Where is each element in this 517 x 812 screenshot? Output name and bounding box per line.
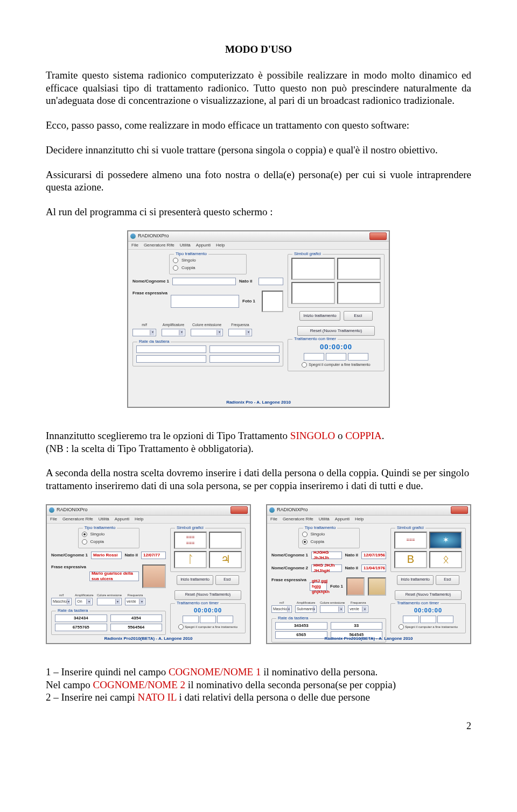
menu-bar: File Generatore Rife Utilità Appunti Hel…: [47, 516, 250, 524]
symbol-slot[interactable]: ᛟ: [429, 551, 462, 568]
foto1-thumb[interactable]: [346, 577, 365, 596]
nato1-input[interactable]: 12/07/1956: [361, 552, 386, 559]
amp-select[interactable]: ▾: [162, 329, 185, 336]
radio-singolo[interactable]: [173, 258, 178, 263]
esci-button[interactable]: Esci: [436, 575, 459, 585]
reset-button[interactable]: Reset (Nuovo Trattamento): [174, 590, 241, 600]
timer-s[interactable]: [348, 353, 368, 361]
menu-item[interactable]: Appunti: [335, 517, 350, 522]
nome2-input[interactable]: HHG JHJh JHJhgH: [311, 564, 342, 572]
colore-select[interactable]: ▾: [191, 329, 223, 336]
amp-select[interactable]: Submann▾: [295, 605, 317, 613]
nato1-input[interactable]: [258, 278, 283, 285]
menu-item[interactable]: Appunti: [196, 243, 211, 248]
close-icon[interactable]: [230, 506, 248, 514]
symbol-slot[interactable]: ≡≡≡: [394, 532, 427, 549]
menu-item[interactable]: Appunti: [115, 517, 129, 522]
freq-select[interactable]: ▾: [228, 329, 252, 336]
rate-input[interactable]: 342434: [55, 615, 107, 622]
label-nato: Nato il: [125, 553, 138, 558]
label-foto1: Foto 1: [330, 584, 343, 589]
rate-input[interactable]: [209, 345, 280, 353]
inizio-button[interactable]: Inizio trattamento: [397, 575, 434, 585]
radio-coppia[interactable]: [173, 265, 178, 271]
colore-select[interactable]: ▾: [320, 605, 345, 613]
menu-item[interactable]: Utilità: [99, 517, 109, 522]
symbol-slot[interactable]: ᛚ: [174, 551, 207, 568]
radio-coppia[interactable]: [82, 539, 87, 545]
foto2-thumb[interactable]: [368, 577, 386, 596]
close-icon[interactable]: [369, 232, 387, 240]
radio-coppia[interactable]: [302, 539, 308, 545]
simboli-group: Simboli grafici ≡≡≡≡≡≡ ᛚ ♃: [170, 528, 246, 572]
symbol-slot[interactable]: B: [394, 551, 427, 568]
colore-select[interactable]: ▾: [97, 598, 122, 605]
mf-select[interactable]: ▾: [132, 329, 156, 336]
timer-m[interactable]: [326, 353, 346, 361]
menu-item[interactable]: Utilità: [180, 243, 191, 248]
menu-item[interactable]: Generatore Rife: [283, 517, 313, 522]
symbol-slot[interactable]: ≡≡≡≡≡≡: [174, 532, 207, 549]
rate-input[interactable]: 343453: [275, 622, 327, 630]
freq-select[interactable]: verde▾: [125, 598, 145, 605]
reset-button[interactable]: Reset (Nuovo Trattamento): [395, 590, 462, 600]
paragraph: (NB : la scelta di Tipo Trattamento è ob…: [46, 442, 471, 455]
menu-item[interactable]: Generatore Rife: [144, 243, 174, 248]
mf-select[interactable]: Maschio▾: [51, 598, 72, 605]
timer-h[interactable]: [304, 353, 324, 361]
timer-h[interactable]: [183, 616, 199, 623]
rate-input[interactable]: [136, 355, 206, 363]
frase-input[interactable]: gHJ ggj hgjg ghjkhjkh: [310, 582, 327, 591]
frase-input[interactable]: [171, 295, 239, 308]
rate-input[interactable]: [209, 355, 280, 363]
symbol-slot[interactable]: [291, 282, 335, 304]
reset-button[interactable]: Reset (Nuovo Trattamento): [297, 326, 375, 336]
rate-input[interactable]: [136, 345, 206, 353]
radio-label: Singolo: [311, 532, 325, 537]
nato1-input[interactable]: 12/07/77: [141, 552, 166, 559]
label-nato: Nato il: [345, 553, 358, 558]
frase-input[interactable]: Mario guarisce della sua ulcera: [89, 571, 139, 581]
close-icon[interactable]: [451, 506, 468, 514]
timer-m[interactable]: [420, 616, 436, 623]
menu-item[interactable]: Help: [216, 243, 225, 248]
esci-button[interactable]: Esci: [215, 575, 239, 585]
radio-singolo[interactable]: [302, 532, 308, 537]
menu-item[interactable]: Utilità: [319, 517, 330, 522]
foto1-placeholder[interactable]: [262, 291, 283, 312]
symbol-slot[interactable]: ♃: [209, 551, 242, 568]
timer-s[interactable]: [217, 616, 233, 623]
timer-h[interactable]: [403, 616, 419, 623]
menu-item[interactable]: File: [50, 517, 57, 522]
freq-select[interactable]: verde▾: [348, 605, 368, 613]
rate-input[interactable]: 4354: [110, 615, 163, 622]
symbol-slot[interactable]: [337, 282, 381, 304]
menu-item[interactable]: Help: [135, 517, 143, 522]
timer-m[interactable]: [200, 616, 216, 623]
amp-select[interactable]: On▾: [75, 598, 93, 605]
symbol-slot[interactable]: [209, 532, 242, 549]
nome1-input[interactable]: Mario Rossi: [91, 552, 122, 559]
label-foto1: Foto 1: [242, 299, 258, 304]
nome1-input[interactable]: [172, 278, 236, 285]
menu-item[interactable]: Help: [355, 517, 364, 522]
nato2-input[interactable]: 11/04/1976: [361, 564, 386, 572]
esci-button[interactable]: Esci: [344, 311, 373, 321]
menu-item[interactable]: File: [131, 243, 138, 248]
symbol-slot[interactable]: [337, 258, 381, 280]
spegni-label: Spegni il computer a fine trattamento: [174, 624, 242, 630]
rate-input[interactable]: 5564564: [110, 624, 163, 631]
rate-input[interactable]: 33: [331, 622, 383, 630]
symbol-slot[interactable]: ✶: [429, 532, 462, 549]
inizio-button[interactable]: Inizio trattamento: [299, 311, 340, 321]
timer-s[interactable]: [437, 616, 453, 623]
radio-singolo[interactable]: [82, 532, 87, 537]
symbol-slot[interactable]: [291, 258, 335, 280]
foto1-thumb[interactable]: [142, 564, 166, 588]
rate-input[interactable]: 6755765: [55, 624, 107, 631]
nome1-input[interactable]: HJGHG JhJHJh: [311, 552, 342, 559]
mf-select[interactable]: Maschio▾: [271, 605, 292, 613]
menu-item[interactable]: File: [270, 517, 277, 522]
menu-item[interactable]: Generatore Rife: [62, 517, 93, 522]
inizio-button[interactable]: Inizio trattamento: [177, 575, 213, 585]
